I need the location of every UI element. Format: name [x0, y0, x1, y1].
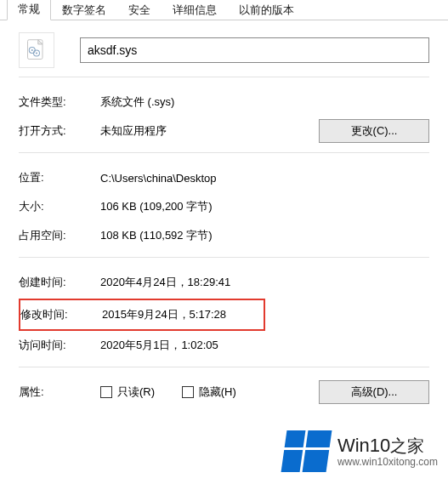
- file-icon: [19, 32, 54, 68]
- separator: [19, 77, 429, 77]
- advanced-button[interactable]: 高级(D)...: [319, 380, 429, 404]
- label-sizeondisk: 占用空间:: [19, 228, 100, 243]
- label-created: 创建时间:: [19, 275, 100, 290]
- label-accessed: 访问时间:: [19, 338, 100, 353]
- value-sizeondisk: 108 KB (110,592 字节): [100, 228, 429, 243]
- svg-point-3: [31, 49, 33, 51]
- label-location: 位置:: [19, 170, 100, 185]
- watermark-brand: Win10之家: [337, 435, 438, 458]
- value-modified: 2015年9月24日，5:17:28: [102, 307, 255, 322]
- tab-general[interactable]: 常规: [7, 0, 51, 20]
- tab-previous-versions[interactable]: 以前的版本: [228, 0, 305, 20]
- label-openwith: 打开方式:: [19, 123, 100, 139]
- label-size: 大小:: [19, 199, 100, 214]
- label-filetype: 文件类型:: [19, 94, 100, 110]
- separator: [19, 367, 429, 367]
- value-location: C:\Users\china\Desktop: [100, 172, 429, 185]
- value-size: 106 KB (109,200 字节): [100, 199, 429, 214]
- watermark: Win10之家 www.win10xitong.com: [284, 430, 438, 472]
- filename-input[interactable]: [80, 37, 429, 63]
- checkbox-hidden[interactable]: 隐藏(H): [182, 384, 236, 400]
- tab-details[interactable]: 详细信息: [162, 0, 228, 20]
- label-modified: 修改时间:: [20, 307, 102, 322]
- tabs-bar: 常规 数字签名 安全 详细信息 以前的版本: [0, 0, 448, 20]
- modified-highlight: 修改时间: 2015年9月24日，5:17:28: [19, 299, 265, 331]
- windows-logo-icon: [281, 430, 332, 472]
- checkbox-box-icon: [182, 386, 194, 398]
- label-attributes: 属性:: [19, 384, 100, 400]
- value-filetype: 系统文件 (.sys): [100, 94, 429, 110]
- value-accessed: 2020年5月1日，1:02:05: [100, 338, 429, 353]
- separator: [19, 152, 429, 153]
- checkbox-readonly-label: 只读(R): [117, 384, 155, 400]
- value-created: 2020年4月24日，18:29:41: [100, 275, 429, 290]
- properties-panel: 文件类型: 系统文件 (.sys) 打开方式: 未知应用程序 更改(C)... …: [0, 20, 448, 417]
- separator: [19, 257, 429, 258]
- checkbox-hidden-label: 隐藏(H): [199, 384, 236, 400]
- checkbox-readonly[interactable]: 只读(R): [100, 384, 155, 400]
- checkbox-box-icon: [100, 386, 112, 398]
- value-openwith: 未知应用程序: [100, 123, 310, 139]
- attributes-group: 只读(R) 隐藏(H): [100, 384, 310, 401]
- tab-security[interactable]: 安全: [117, 0, 162, 20]
- svg-point-4: [36, 52, 37, 54]
- change-button[interactable]: 更改(C)...: [319, 119, 429, 143]
- tab-digital-signature[interactable]: 数字签名: [51, 0, 117, 20]
- watermark-url: www.win10xitong.com: [337, 456, 438, 468]
